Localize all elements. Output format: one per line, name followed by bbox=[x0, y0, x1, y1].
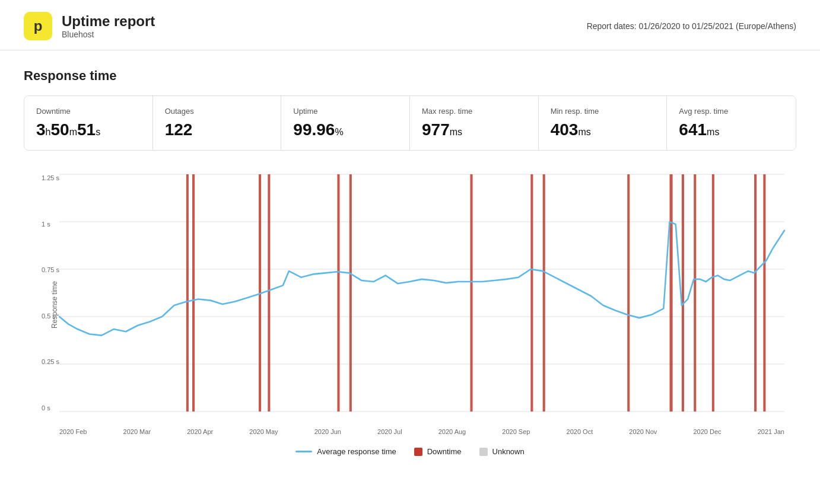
stat-outages: Outages 122 bbox=[153, 96, 282, 150]
stat-uptime: Uptime 99.96% bbox=[281, 96, 410, 150]
x-label-oct: 2020 Oct bbox=[567, 428, 593, 435]
x-axis-labels: 2020 Feb 2020 Mar 2020 Apr 2020 May 2020… bbox=[59, 428, 784, 435]
stat-downtime-label: Downtime bbox=[36, 107, 141, 116]
legend-unknown-icon bbox=[479, 448, 488, 456]
stat-avg-resp-value: 641ms bbox=[679, 120, 784, 139]
y-tick-075s: 0.75 s bbox=[42, 266, 59, 273]
stat-uptime-label: Uptime bbox=[293, 107, 398, 116]
y-tick-0s: 0 s bbox=[42, 404, 59, 412]
page-header: p Uptime report Bluehost Report dates: 0… bbox=[0, 0, 820, 50]
stat-avg-resp-label: Avg resp. time bbox=[679, 107, 784, 116]
legend-avg-response-icon bbox=[295, 451, 312, 452]
x-label-mar: 2020 Mar bbox=[123, 428, 151, 435]
svg-rect-21 bbox=[763, 174, 765, 412]
svg-rect-19 bbox=[712, 174, 714, 412]
main-content: Response time Downtime 3h50m51s Outages … bbox=[0, 50, 820, 474]
legend-unknown-label: Unknown bbox=[492, 447, 525, 456]
svg-rect-14 bbox=[543, 174, 545, 412]
y-tick-025s: 0.25 s bbox=[42, 358, 59, 365]
y-axis-ticks: 0 s 0.25 s 0.5 s 0.75 s 1 s 1.25 s bbox=[42, 174, 59, 412]
stats-grid: Downtime 3h50m51s Outages 122 Uptime 99.… bbox=[24, 95, 796, 151]
stat-max-resp-value: 977ms bbox=[422, 120, 526, 139]
legend-avg-response: Average response time bbox=[295, 447, 396, 456]
stat-downtime-value: 3h50m51s bbox=[36, 120, 141, 139]
x-label-may: 2020 May bbox=[249, 428, 278, 435]
stat-min-resp-value: 403ms bbox=[551, 120, 655, 139]
page-subtitle: Bluehost bbox=[62, 30, 155, 39]
x-label-jan: 2021 Jan bbox=[758, 428, 784, 435]
report-dates: Report dates: 01/26/2020 to 01/25/2021 (… bbox=[587, 21, 796, 31]
section-title: Response time bbox=[24, 68, 796, 84]
x-label-aug: 2020 Aug bbox=[438, 428, 466, 435]
legend-avg-response-label: Average response time bbox=[317, 447, 396, 456]
x-label-apr: 2020 Apr bbox=[187, 428, 213, 435]
y-tick-1s: 1 s bbox=[42, 221, 59, 228]
chart-container: Response time 0 s 0.25 s 0.5 s 0.75 s 1 … bbox=[24, 168, 796, 441]
chart-svg bbox=[59, 174, 784, 412]
svg-rect-7 bbox=[192, 174, 195, 412]
x-label-sep: 2020 Sep bbox=[502, 428, 530, 435]
stat-downtime: Downtime 3h50m51s bbox=[24, 96, 153, 150]
x-label-dec: 2020 Dec bbox=[693, 428, 721, 435]
svg-rect-13 bbox=[530, 174, 533, 412]
y-tick-125s: 1.25 s bbox=[42, 174, 59, 181]
legend-downtime-label: Downtime bbox=[427, 447, 462, 456]
svg-rect-6 bbox=[186, 174, 189, 412]
svg-rect-10 bbox=[337, 174, 339, 412]
stat-max-resp-label: Max resp. time bbox=[422, 107, 526, 116]
stat-max-resp: Max resp. time 977ms bbox=[410, 96, 539, 150]
page-title: Uptime report bbox=[62, 13, 155, 30]
stat-outages-label: Outages bbox=[165, 107, 269, 116]
x-label-jul: 2020 Jul bbox=[377, 428, 402, 435]
x-label-nov: 2020 Nov bbox=[629, 428, 657, 435]
stat-outages-value: 122 bbox=[165, 120, 269, 139]
svg-rect-15 bbox=[627, 174, 630, 412]
svg-rect-20 bbox=[754, 174, 757, 412]
svg-rect-16 bbox=[670, 174, 673, 412]
svg-rect-17 bbox=[682, 174, 684, 412]
stat-uptime-value: 99.96% bbox=[293, 120, 398, 139]
svg-rect-9 bbox=[268, 174, 270, 412]
stat-min-resp-label: Min resp. time bbox=[551, 107, 655, 116]
chart-legend: Average response time Downtime Unknown bbox=[24, 447, 796, 456]
chart-svg-area bbox=[59, 174, 784, 412]
header-left: p Uptime report Bluehost bbox=[24, 12, 155, 40]
logo: p bbox=[24, 12, 52, 40]
y-tick-05s: 0.5 s bbox=[42, 312, 59, 320]
title-block: Uptime report Bluehost bbox=[62, 13, 155, 39]
legend-unknown: Unknown bbox=[479, 447, 525, 456]
legend-downtime-icon bbox=[414, 448, 422, 456]
svg-rect-11 bbox=[349, 174, 352, 412]
x-label-jun: 2020 Jun bbox=[314, 428, 341, 435]
svg-rect-18 bbox=[694, 174, 696, 412]
stat-avg-resp: Avg resp. time 641ms bbox=[667, 96, 796, 150]
svg-rect-12 bbox=[470, 174, 472, 412]
stat-min-resp: Min resp. time 403ms bbox=[539, 96, 668, 150]
legend-downtime: Downtime bbox=[414, 447, 462, 456]
x-label-feb: 2020 Feb bbox=[59, 428, 87, 435]
